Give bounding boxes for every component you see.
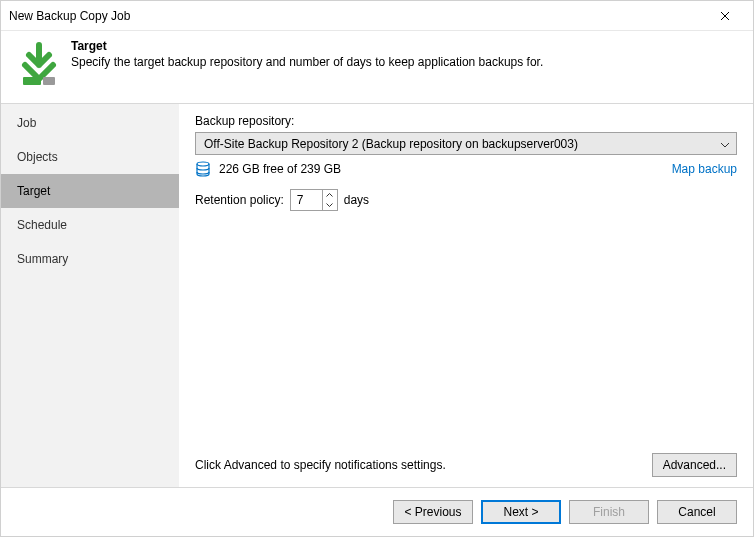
repo-selected-value: Off-Site Backup Repository 2 (Backup rep… xyxy=(204,137,578,151)
advanced-button[interactable]: Advanced... xyxy=(652,453,737,477)
wizard-sidebar: Job Objects Target Schedule Summary xyxy=(1,104,179,487)
chevron-down-icon xyxy=(326,203,333,207)
disk-stack-icon xyxy=(195,161,211,177)
target-header-icon xyxy=(15,41,63,89)
free-space-text: 226 GB free of 239 GB xyxy=(219,162,672,176)
map-backup-link[interactable]: Map backup xyxy=(672,162,737,176)
close-button[interactable] xyxy=(705,2,745,30)
repo-label: Backup repository: xyxy=(195,114,737,128)
sidebar-item-summary[interactable]: Summary xyxy=(1,242,179,276)
sidebar-item-job[interactable]: Job xyxy=(1,106,179,140)
titlebar: New Backup Copy Job xyxy=(1,1,753,31)
header-title: Target xyxy=(71,39,739,53)
content-area: Job Objects Target Schedule Summary Back… xyxy=(1,103,753,487)
repo-dropdown[interactable]: Off-Site Backup Repository 2 (Backup rep… xyxy=(195,132,737,155)
retention-row: Retention policy: 7 days xyxy=(195,189,737,211)
header-text: Target Specify the target backup reposit… xyxy=(71,39,739,69)
cancel-button[interactable]: Cancel xyxy=(657,500,737,524)
svg-rect-0 xyxy=(23,77,41,85)
window-title: New Backup Copy Job xyxy=(9,9,705,23)
wizard-footer: < Previous Next > Finish Cancel xyxy=(1,487,753,536)
header-description: Specify the target backup repository and… xyxy=(71,55,739,69)
main-panel: Backup repository: Off-Site Backup Repos… xyxy=(179,104,753,487)
spinner-buttons xyxy=(322,190,337,210)
advanced-row: Click Advanced to specify notifications … xyxy=(195,445,737,477)
retention-value: 7 xyxy=(291,193,322,207)
retention-unit: days xyxy=(344,193,369,207)
retention-spinner[interactable]: 7 xyxy=(290,189,338,211)
next-button[interactable]: Next > xyxy=(481,500,561,524)
chevron-up-icon xyxy=(326,193,333,197)
retention-label: Retention policy: xyxy=(195,193,284,207)
previous-button[interactable]: < Previous xyxy=(393,500,473,524)
svg-point-2 xyxy=(197,162,209,166)
spinner-down-button[interactable] xyxy=(323,200,337,210)
free-space-row: 226 GB free of 239 GB Map backup xyxy=(195,161,737,177)
header-banner: Target Specify the target backup reposit… xyxy=(1,31,753,103)
chevron-down-icon xyxy=(720,137,730,151)
wizard-window: New Backup Copy Job Target Specify the t… xyxy=(0,0,754,537)
finish-button: Finish xyxy=(569,500,649,524)
close-icon xyxy=(720,11,730,21)
svg-rect-1 xyxy=(43,77,55,85)
sidebar-item-target[interactable]: Target xyxy=(1,174,179,208)
sidebar-item-schedule[interactable]: Schedule xyxy=(1,208,179,242)
sidebar-item-objects[interactable]: Objects xyxy=(1,140,179,174)
spinner-up-button[interactable] xyxy=(323,190,337,200)
advanced-hint: Click Advanced to specify notifications … xyxy=(195,458,652,472)
